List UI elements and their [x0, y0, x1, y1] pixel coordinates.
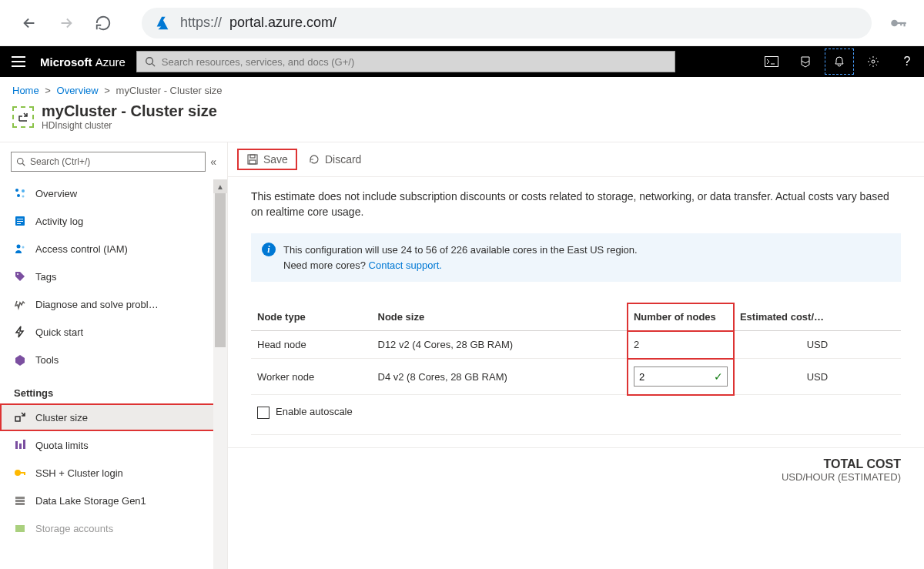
svg-rect-26 [15, 497, 25, 499]
table-row: Head node D12 v2 (4 Cores, 28 GB RAM) 2 … [251, 331, 901, 359]
sidebar-item-storage[interactable]: Storage accounts [0, 514, 227, 542]
sidebar-item-activitylog[interactable]: Activity log [0, 207, 227, 235]
svg-point-23 [15, 470, 21, 476]
page-title-row: myCluster - Cluster size HDInsight clust… [0, 101, 924, 142]
scroll-thumb[interactable] [215, 193, 226, 347]
datalake-icon [14, 494, 28, 507]
back-button[interactable] [15, 9, 43, 37]
browser-chrome: https://portal.azure.com/ [0, 0, 924, 46]
sidebar-item-datalake[interactable]: Data Lake Storage Gen1 [0, 487, 227, 514]
quota-icon [14, 439, 28, 451]
th-node-type: Node type [251, 303, 372, 331]
svg-point-7 [18, 159, 24, 165]
page-subtitle: HDInsight cluster [42, 120, 217, 131]
url-bar[interactable]: https://portal.azure.com/ [142, 8, 872, 38]
svg-point-0 [891, 19, 898, 26]
topbar-search[interactable] [136, 51, 675, 72]
svg-rect-21 [19, 443, 22, 449]
svg-point-18 [17, 273, 18, 275]
cell-cost: USD [734, 359, 901, 395]
topbar-search-input[interactable] [162, 56, 667, 68]
sidebar-item-diagnose[interactable]: Diagnose and solve probl… [0, 290, 227, 318]
page-title: myCluster - Cluster size [42, 102, 217, 120]
sidebar-search[interactable]: Search (Ctrl+/) [11, 152, 206, 172]
sidebar-item-tools[interactable]: Tools [0, 346, 227, 373]
sidebar: Search (Ctrl+/) « Overview Activity log … [0, 142, 227, 569]
breadcrumb: Home > Overview > myCluster - Cluster si… [0, 77, 924, 101]
svg-point-16 [17, 245, 21, 249]
node-table: Node type Node size Number of nodes Esti… [251, 303, 901, 435]
enable-autoscale-checkbox[interactable]: Enable autoscale [257, 406, 353, 417]
autoscale-row: Enable autoscale [251, 395, 901, 435]
ssh-icon [14, 467, 28, 479]
svg-rect-14 [17, 221, 23, 222]
sidebar-section-settings: Settings [0, 373, 227, 403]
svg-point-17 [22, 246, 25, 249]
total-cost-label: TOTAL COST [251, 457, 901, 471]
check-icon: ✓ [714, 370, 723, 383]
directory-icon[interactable] [788, 46, 822, 77]
save-button[interactable]: Save [239, 150, 296, 169]
notifications-icon[interactable] [822, 46, 856, 77]
th-node-size: Node size [372, 303, 628, 331]
sidebar-scrollbar[interactable]: ▲ [213, 179, 227, 569]
collapse-sidebar[interactable]: « [210, 156, 216, 168]
storage-icon [14, 522, 28, 534]
reload-button[interactable] [89, 9, 117, 37]
contact-support-link[interactable]: Contact support. [369, 259, 442, 271]
svg-rect-29 [15, 525, 25, 532]
svg-point-4 [146, 58, 153, 65]
tags-icon [14, 270, 28, 283]
sidebar-search-placeholder: Search (Ctrl+/) [30, 156, 90, 167]
svg-rect-13 [17, 219, 23, 219]
sidebar-item-overview[interactable]: Overview [0, 179, 227, 207]
sidebar-item-ssh[interactable]: SSH + Cluster login [0, 459, 227, 487]
sidebar-item-tags[interactable]: Tags [0, 263, 227, 290]
cell-node-size: D4 v2 (8 Cores, 28 GB RAM) [372, 359, 628, 395]
svg-rect-3 [900, 22, 902, 25]
svg-rect-22 [23, 440, 25, 449]
quickstart-icon [14, 326, 28, 338]
cell-node-type: Worker node [251, 359, 372, 395]
info-box: i This configuration will use 24 to 56 o… [251, 233, 901, 282]
scroll-up-icon[interactable]: ▲ [213, 179, 227, 193]
discard-button[interactable]: Discard [300, 150, 369, 169]
iam-icon [14, 243, 28, 255]
cell-nodes-editable: ✓ [628, 359, 734, 395]
activitylog-icon [14, 215, 28, 227]
breadcrumb-current: myCluster - Cluster size [116, 85, 223, 96]
cloud-shell-icon[interactable] [755, 46, 788, 77]
brand: Microsoft Azure [37, 55, 136, 69]
checkbox-icon [257, 407, 270, 419]
svg-rect-5 [765, 57, 778, 67]
clustersize-icon [14, 411, 28, 423]
cell-node-size: D12 v2 (4 Cores, 28 GB RAM) [372, 331, 628, 359]
th-estimated-cost: Estimated cost/… [734, 303, 901, 331]
sidebar-item-quota[interactable]: Quota limits [0, 431, 227, 459]
save-icon [246, 153, 259, 166]
url-host: portal.azure.com/ [229, 15, 336, 31]
info-icon: i [262, 243, 276, 256]
cluster-size-icon [12, 106, 34, 128]
table-row: Worker node D4 v2 (8 Cores, 28 GB RAM) ✓… [251, 359, 901, 395]
disclaimer-text: This estimate does not include subscript… [251, 189, 901, 219]
cell-node-type: Head node [251, 331, 372, 359]
breadcrumb-overview[interactable]: Overview [57, 85, 99, 96]
azure-logo-icon [154, 14, 172, 32]
sidebar-item-iam[interactable]: Access control (IAM) [0, 235, 227, 263]
url-scheme: https:// [180, 15, 222, 31]
forward-button[interactable] [52, 9, 80, 37]
svg-point-9 [22, 189, 25, 192]
diagnose-icon [14, 298, 28, 310]
sidebar-item-quickstart[interactable]: Quick start [0, 318, 227, 346]
help-icon[interactable]: ? [890, 46, 924, 77]
sidebar-item-cluster-size[interactable]: Cluster size [0, 403, 227, 431]
cell-nodes: 2 [628, 331, 734, 359]
breadcrumb-home[interactable]: Home [12, 85, 39, 96]
total-cost-sub: USD/HOUR (ESTIMATED) [251, 471, 901, 483]
settings-icon[interactable] [856, 46, 890, 77]
menu-button[interactable] [0, 46, 37, 77]
svg-rect-28 [15, 503, 25, 505]
key-icon[interactable] [889, 13, 909, 33]
svg-rect-15 [17, 223, 21, 224]
